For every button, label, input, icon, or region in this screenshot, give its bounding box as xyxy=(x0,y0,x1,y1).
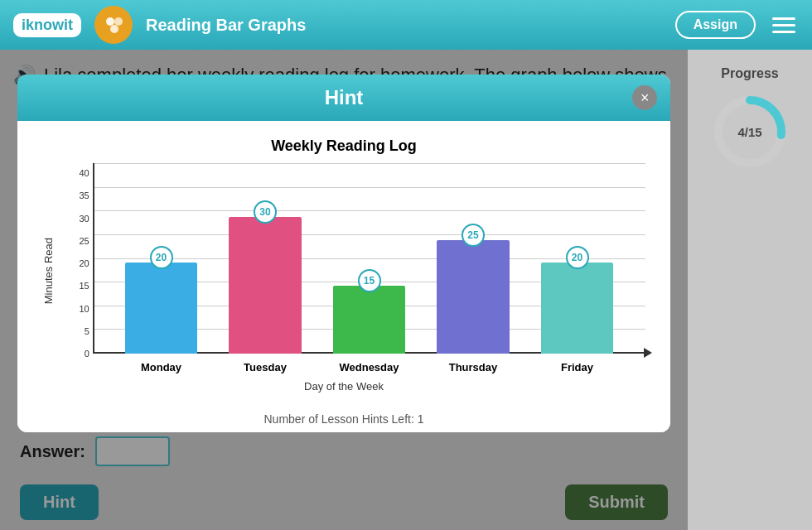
chart-container: Minutes Read 403530252015105020Monday30T… xyxy=(42,163,646,378)
progress-text: 4/15 xyxy=(737,125,761,139)
logo: iknowit xyxy=(13,13,81,37)
bar-wednesday: 15Wednesday xyxy=(333,286,406,354)
sidebar: Progress 4/15 xyxy=(688,50,812,530)
bar-label-wednesday: Wednesday xyxy=(339,361,399,373)
content-area: 🔊 Lila completed her weekly reading log … xyxy=(0,50,688,530)
progress-circle: 4/15 xyxy=(713,94,787,169)
bar-value-friday: 20 xyxy=(566,246,589,269)
y-axis-label: Minutes Read xyxy=(42,238,55,304)
assign-button[interactable]: Assign xyxy=(675,11,756,39)
svg-point-2 xyxy=(110,25,118,33)
bar-group-tuesday: 30Tuesday xyxy=(213,217,317,354)
bar-value-tuesday: 30 xyxy=(254,200,277,224)
bar-value-thursday: 25 xyxy=(462,224,485,247)
bar-group-wednesday: 15Wednesday xyxy=(317,286,422,354)
y-axis-ticks: 4035302520151050 xyxy=(60,163,93,354)
bars-area: 20Monday30Tuesday15Wednesday25Thursday20… xyxy=(93,163,646,354)
bar-tuesday: 30Tuesday xyxy=(229,217,302,354)
activity-icon xyxy=(94,6,133,44)
modal-close-button[interactable]: × xyxy=(632,85,657,110)
hint-modal-overlay: Hint × Weekly Reading Log Minutes Read 4… xyxy=(0,50,688,530)
bar-value-wednesday: 15 xyxy=(358,269,381,292)
bar-label-monday: Monday xyxy=(141,361,181,373)
bar-label-friday: Friday xyxy=(561,361,593,373)
bar-label-tuesday: Tuesday xyxy=(244,361,287,373)
bar-group-friday: 20Friday xyxy=(525,263,630,354)
modal-title: Hint xyxy=(325,86,364,108)
bar-thursday: 25Thursday xyxy=(437,240,510,354)
modal-header: Hint × xyxy=(17,75,671,121)
page-title: Reading Bar Graphs xyxy=(146,16,662,35)
modal-footer: Number of Lesson Hints Left: 1 xyxy=(17,406,671,432)
bar-group-thursday: 25Thursday xyxy=(421,240,525,354)
bar-monday: 20Monday xyxy=(125,263,198,354)
bar-friday: 20Friday xyxy=(541,263,614,354)
app-header: iknowit Reading Bar Graphs Assign xyxy=(0,0,812,50)
modal-body: Weekly Reading Log Minutes Read 40353025… xyxy=(17,121,671,406)
chart-inner: 403530252015105020Monday30Tuesday15Wedne… xyxy=(60,163,646,378)
bar-group-monday: 20Monday xyxy=(109,263,214,354)
bar-value-monday: 20 xyxy=(150,246,173,269)
progress-label: Progress xyxy=(721,66,778,81)
svg-point-1 xyxy=(114,17,123,26)
chart-title: Weekly Reading Log xyxy=(42,137,646,155)
hint-modal: Hint × Weekly Reading Log Minutes Read 4… xyxy=(17,75,671,432)
svg-point-0 xyxy=(106,17,114,26)
x-axis-label: Day of the Week xyxy=(42,380,646,393)
main-area: 🔊 Lila completed her weekly reading log … xyxy=(0,50,812,530)
bar-label-thursday: Thursday xyxy=(449,361,498,373)
menu-button[interactable] xyxy=(769,14,799,36)
